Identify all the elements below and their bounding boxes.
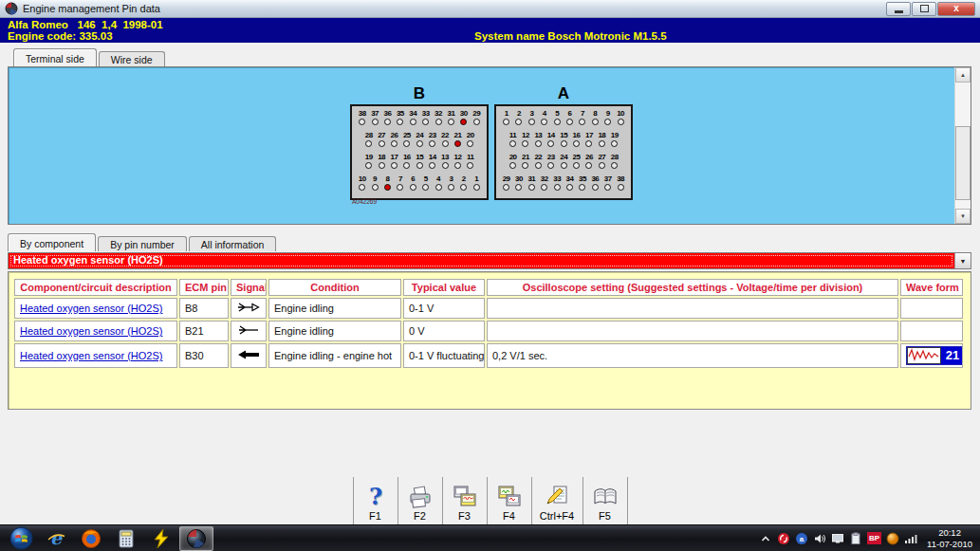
updater-icon[interactable] <box>886 532 899 545</box>
waveform-thumbnail[interactable]: 21 <box>906 346 963 365</box>
pin-number: 5 <box>424 174 428 183</box>
component-link[interactable]: Heated oxygen sensor (HO2S) <box>20 350 162 361</box>
pin-a11: 11 <box>507 131 519 153</box>
toolbar-button-f1[interactable]: ??F1 <box>354 477 398 524</box>
tab-all-information[interactable]: All information <box>189 236 277 251</box>
pin-hole <box>535 162 542 169</box>
taskbar-clock[interactable]: 20:12 11-07-2010 <box>927 527 972 549</box>
pin-number: 9 <box>373 174 377 183</box>
pin-hole <box>379 162 385 169</box>
help-icon: ?? <box>363 485 388 509</box>
component-link[interactable]: Heated oxygen sensor (HO2S) <box>20 303 162 314</box>
system-name: System name Bosch Motronic M1.5.5 <box>474 30 667 42</box>
bp-icon[interactable]: BP <box>867 532 881 544</box>
pin-hole <box>599 140 605 147</box>
pin-hole <box>599 162 605 169</box>
maximize-button[interactable] <box>912 2 936 16</box>
pin-a35: 35 <box>576 174 588 196</box>
pin-row: 38373635343332313029 <box>356 109 483 131</box>
pin-hole <box>547 140 554 147</box>
pin-number: 12 <box>522 131 529 139</box>
pin-b1: 1 <box>471 174 483 196</box>
scroll-thumb[interactable] <box>955 126 971 200</box>
svg-text:a: a <box>800 535 804 543</box>
toolbar-button-ctrl-f4[interactable]: Ctrl+F4 <box>532 477 583 524</box>
calculator-icon <box>116 528 137 549</box>
pin-hole <box>442 140 449 147</box>
toolbar-button-f4[interactable]: F4 <box>488 477 532 524</box>
pin-b22: 22 <box>438 131 451 153</box>
pin-number: 4 <box>436 174 440 183</box>
internet-explorer-icon: e <box>46 528 66 549</box>
pin-number: 14 <box>547 131 555 139</box>
taskbar-internet-explorer-button[interactable]: e <box>39 526 73 551</box>
pin-number: 37 <box>604 174 612 183</box>
close-button[interactable]: x <box>937 2 975 16</box>
pin-row: 282726252423222120 <box>362 131 483 153</box>
pin-a2: 2 <box>512 109 525 131</box>
toolbar-button-f2[interactable]: F2 <box>398 477 443 524</box>
pin-hole <box>604 119 611 125</box>
toolbar-button-label: F4 <box>503 510 515 522</box>
pin-b28: 28 <box>362 131 375 153</box>
pin-hole <box>454 162 461 169</box>
pin-b31: 31 <box>445 109 457 131</box>
pin-number: 31 <box>527 174 535 183</box>
tab-wire-side[interactable]: Wire side <box>99 51 165 66</box>
column-header-component-circuit-description: Component/circuit description <box>14 279 177 296</box>
pin-b8: 8 <box>381 174 394 196</box>
pin-b9: 9 <box>368 174 380 196</box>
pin-hole <box>365 162 372 169</box>
component-dropdown[interactable]: Heated oxygen sensor (HO2S) ▼ <box>8 252 971 269</box>
cell-typical-value: 0-1 V <box>403 298 485 319</box>
taskbar-calculator-button[interactable] <box>109 526 143 551</box>
cell-ecm-pin: B21 <box>179 321 229 341</box>
pin-number: 17 <box>391 153 398 161</box>
volume-icon[interactable] <box>813 532 826 545</box>
pin-hole <box>503 119 509 125</box>
toolbar-button-f3[interactable]: F3 <box>443 477 488 524</box>
antivirus-icon[interactable]: a <box>795 532 808 545</box>
taskbar-firefox-button[interactable] <box>74 526 108 551</box>
tab-by-pin-number[interactable]: By pin number <box>98 236 187 251</box>
sync-icon[interactable] <box>777 532 790 545</box>
hidden-icons-chevron[interactable] <box>759 532 772 545</box>
pin-number: 14 <box>429 153 436 161</box>
pin-hole <box>579 184 585 191</box>
pin-b32: 32 <box>432 109 444 131</box>
display-icon[interactable] <box>831 532 844 545</box>
pin-number: 29 <box>472 109 480 118</box>
toolbar-button-f5[interactable]: F5 <box>583 477 628 524</box>
pin-b12: 12 <box>452 153 464 174</box>
table-row: Heated oxygen sensor (HO2S)B30Engine idl… <box>14 343 963 368</box>
cell-component: Heated oxygen sensor (HO2S) <box>14 343 177 368</box>
pin-b13: 13 <box>438 153 451 174</box>
pin-hole <box>372 119 379 125</box>
taskbar-autodata-globe-button[interactable] <box>179 526 213 551</box>
pin-number: 27 <box>598 153 605 161</box>
taskbar-start-orb-button[interactable] <box>4 526 38 551</box>
pin-number: 11 <box>467 153 473 161</box>
pin-hole-highlighted <box>454 140 461 147</box>
pin-number: 4 <box>543 109 546 118</box>
network-signal-icon[interactable] <box>904 532 917 545</box>
scroll-up-button[interactable]: ▲ <box>955 67 971 83</box>
ecm-connector-diagram: B383736353433323130292827262524232221201… <box>350 84 633 200</box>
pin-number: 18 <box>378 153 385 161</box>
pin-a21: 21 <box>519 153 531 174</box>
scroll-down-button[interactable]: ▼ <box>955 209 971 224</box>
component-link[interactable]: Heated oxygen sensor (HO2S) <box>20 325 162 337</box>
cell-component: Heated oxygen sensor (HO2S) <box>14 298 177 319</box>
dropdown-arrow-button[interactable]: ▼ <box>954 253 971 268</box>
pin-a4: 4 <box>538 109 550 131</box>
component-dropdown-value[interactable]: Heated oxygen sensor (HO2S) <box>9 253 954 268</box>
diagram-scrollbar[interactable]: ▲ ▼ <box>954 67 971 224</box>
pin-number: 16 <box>403 153 411 161</box>
engine-code: Engine code: 335.03 <box>8 30 113 42</box>
tab-terminal-side[interactable]: Terminal side <box>13 48 97 66</box>
clipboard-icon[interactable] <box>849 532 862 545</box>
minimize-button[interactable] <box>886 2 911 16</box>
autodata-globe-icon <box>186 528 207 549</box>
taskbar-diagnostics-app-button[interactable] <box>144 526 178 551</box>
tab-by-component[interactable]: By component <box>8 233 96 251</box>
